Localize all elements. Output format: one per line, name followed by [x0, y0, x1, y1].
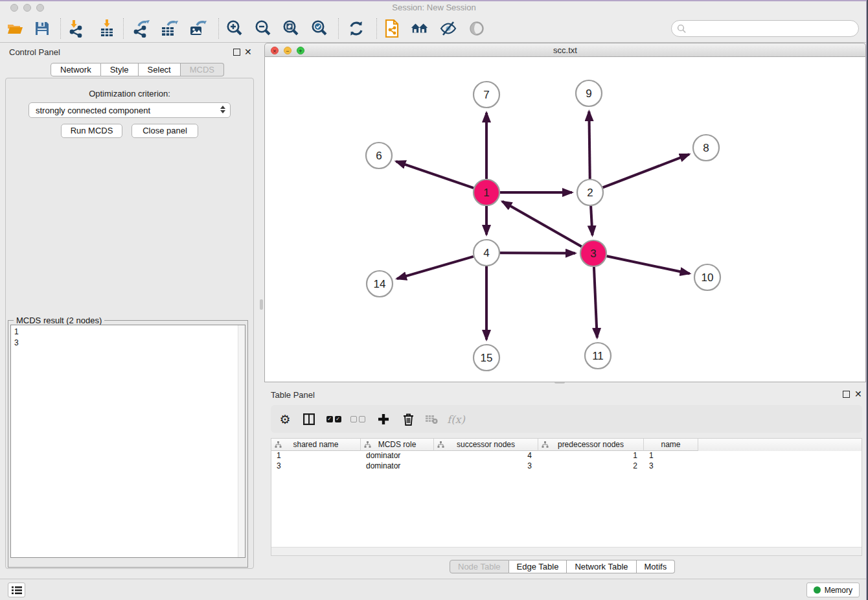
network-file-icon[interactable]: [383, 19, 401, 38]
log-console-button[interactable]: [8, 583, 25, 597]
column-header-successor-nodes[interactable]: successor nodes: [434, 439, 538, 451]
hide-panel-eye-icon[interactable]: [439, 19, 457, 38]
table-scrollbar[interactable]: [271, 547, 862, 555]
close-icon[interactable]: ×: [271, 47, 279, 54]
tab-select[interactable]: Select: [139, 63, 181, 76]
tab-network-table[interactable]: Network Table: [567, 560, 636, 573]
optimization-criterion-label: Optimization criterion:: [0, 89, 259, 98]
chevron-updown-icon: [220, 106, 225, 113]
zoom-icon[interactable]: +: [297, 47, 304, 54]
tab-edge-table[interactable]: Edge Table: [509, 560, 567, 573]
edge-4-3[interactable]: [500, 253, 575, 253]
table-panel-title: Table Panel: [271, 390, 315, 400]
save-session-icon[interactable]: [33, 19, 51, 38]
zoom-selected-icon[interactable]: [310, 19, 328, 38]
import-table-icon[interactable]: [98, 19, 116, 38]
zoom-out-icon[interactable]: [254, 19, 272, 38]
import-network-icon[interactable]: [67, 19, 86, 38]
memory-button[interactable]: Memory: [806, 583, 860, 597]
zoom-in-icon[interactable]: [225, 19, 244, 38]
node-label-6: 6: [376, 150, 382, 162]
vertical-splitter-handle[interactable]: [260, 299, 263, 310]
table-row[interactable]: 1 dominator 4 1 1: [271, 451, 862, 461]
table-panel-tabs: Node Table Edge Table Network Table Moti…: [450, 560, 675, 573]
close-panel-icon[interactable]: ✕: [854, 391, 862, 398]
node-label-15: 15: [481, 352, 493, 364]
tab-node-table[interactable]: Node Table: [450, 560, 509, 573]
search-icon: [677, 24, 687, 34]
open-session-icon[interactable]: [6, 19, 24, 38]
refresh-icon[interactable]: [347, 19, 365, 38]
column-header-shared-name[interactable]: shared name: [271, 439, 361, 451]
node-label-4: 4: [483, 247, 489, 259]
delete-column-icon[interactable]: [399, 410, 417, 428]
optimization-criterion-select[interactable]: strongly connected component: [29, 102, 231, 118]
zoom-fit-icon[interactable]: [282, 19, 300, 38]
network-window-titlebar[interactable]: × − + scc.txt: [264, 43, 866, 57]
mcds-result-group: MCDS result (2 nodes) 1 3: [8, 320, 248, 568]
toolbar-separator: [338, 18, 339, 39]
node-label-7: 7: [483, 89, 489, 101]
float-window-icon[interactable]: [843, 391, 850, 398]
node-label-3: 3: [590, 248, 596, 260]
column-header-mcds-role[interactable]: MCDS role: [361, 439, 434, 451]
edge-3-10[interactable]: [607, 256, 690, 273]
column-header-predecessor-nodes[interactable]: predecessor nodes: [538, 439, 644, 451]
delete-table-icon[interactable]: [422, 410, 440, 428]
optimization-criterion-value: strongly connected component: [36, 106, 150, 115]
export-table-icon[interactable]: [160, 19, 178, 38]
node-label-11: 11: [592, 350, 604, 362]
edge-3-11[interactable]: [594, 267, 597, 338]
maximize-window-icon[interactable]: [36, 4, 44, 12]
export-network-icon[interactable]: [132, 19, 150, 38]
edge-2-8[interactable]: [603, 154, 689, 187]
function-builder-icon[interactable]: f(x): [447, 410, 465, 428]
tab-network[interactable]: Network: [51, 63, 101, 76]
table-panel-header: Table Panel ✕: [264, 387, 868, 402]
export-image-icon[interactable]: [188, 19, 207, 38]
network-graph: 1234678910111415: [265, 57, 865, 381]
table-row[interactable]: 3 dominator 3 2 3: [271, 461, 862, 472]
edge-2-3[interactable]: [591, 206, 592, 235]
network-canvas[interactable]: 1234678910111415: [264, 57, 866, 382]
edge-2-9[interactable]: [589, 111, 589, 179]
close-window-icon[interactable]: [10, 4, 18, 12]
select-all-icon[interactable]: ✓✓: [325, 410, 343, 428]
toolbar-separator: [123, 18, 124, 39]
control-panel-tabs: Network Style Select MCDS: [51, 63, 224, 76]
edge-3-1[interactable]: [502, 202, 581, 247]
edge-4-14[interactable]: [397, 257, 474, 279]
column-header-name[interactable]: name: [644, 439, 698, 451]
memory-label: Memory: [825, 586, 852, 595]
show-panel-eye-icon[interactable]: [468, 19, 486, 38]
network-window-title: scc.txt: [265, 43, 865, 58]
control-panel-title: Control Panel: [9, 47, 60, 57]
close-panel-button[interactable]: Close panel: [131, 124, 198, 138]
toolbar-separator: [376, 18, 377, 39]
tab-mcds[interactable]: MCDS: [181, 63, 224, 76]
node-label-9: 9: [586, 87, 591, 100]
minimize-icon[interactable]: −: [284, 47, 291, 54]
node-label-2: 2: [587, 187, 593, 199]
control-panel-header: Control Panel ✕: [0, 43, 259, 62]
mcds-result-values: 1 3: [14, 327, 19, 349]
deselect-all-icon[interactable]: [348, 410, 367, 428]
close-panel-icon[interactable]: ✕: [244, 49, 252, 56]
edge-1-6[interactable]: [396, 161, 474, 188]
result-scrollbar[interactable]: [238, 325, 245, 557]
list-icon: [12, 586, 22, 595]
toolbar-separator: [60, 18, 61, 39]
tab-motifs[interactable]: Motifs: [637, 560, 676, 573]
toolbar-separator: [218, 18, 219, 39]
tab-style[interactable]: Style: [101, 63, 139, 76]
add-column-icon[interactable]: [374, 410, 393, 428]
float-window-icon[interactable]: [233, 49, 240, 56]
settings-gear-icon[interactable]: ⚙: [276, 410, 294, 428]
search-input[interactable]: [671, 20, 859, 37]
run-mcds-button[interactable]: Run MCDS: [61, 124, 122, 138]
home-network-icon[interactable]: [411, 19, 429, 38]
node-label-1: 1: [483, 187, 489, 199]
mcds-result-textarea[interactable]: 1 3: [10, 325, 246, 558]
minimize-window-icon[interactable]: [23, 4, 31, 12]
toggle-panel-icon[interactable]: [300, 410, 318, 428]
